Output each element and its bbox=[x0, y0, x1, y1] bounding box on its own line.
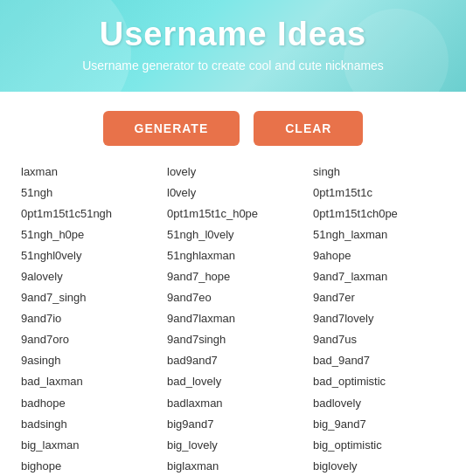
list-item: biglovely bbox=[313, 456, 445, 476]
list-item: 9ahope bbox=[313, 245, 445, 266]
list-item: biglaxman bbox=[167, 456, 299, 476]
page-title: Username Ideas bbox=[17, 16, 449, 53]
list-item: lovely bbox=[167, 162, 299, 183]
list-item: 9and7er bbox=[313, 287, 445, 308]
list-item: bad_9and7 bbox=[313, 350, 445, 371]
list-item: 9and7io bbox=[21, 308, 153, 329]
list-item: 9and7eo bbox=[167, 287, 299, 308]
list-item: 9and7lovely bbox=[313, 308, 445, 329]
list-item: laxman bbox=[21, 162, 153, 183]
list-item: bighope bbox=[21, 456, 153, 476]
list-item: l0vely bbox=[167, 183, 299, 204]
list-item: badlovely bbox=[313, 393, 445, 414]
list-item: 51ngh_l0vely bbox=[167, 224, 299, 245]
list-item: singh bbox=[313, 162, 445, 183]
list-item: 9asingh bbox=[21, 350, 153, 371]
list-item: 9and7laxman bbox=[167, 308, 299, 329]
column-1: laxman51ngh0pt1m15t1c51ngh51ngh_h0pe51ng… bbox=[14, 162, 160, 476]
list-item: big_optimistic bbox=[313, 435, 445, 456]
action-buttons: GENERATE CLEAR bbox=[0, 111, 466, 146]
generate-button[interactable]: GENERATE bbox=[103, 111, 240, 146]
list-item: 9and7us bbox=[313, 329, 445, 350]
list-item: 9and7_singh bbox=[21, 287, 153, 308]
list-item: 9and7singh bbox=[167, 329, 299, 350]
list-item: 9alovely bbox=[21, 266, 153, 287]
list-item: bad_laxman bbox=[21, 371, 153, 392]
list-item: bad_optimistic bbox=[313, 371, 445, 392]
list-item: 51ngh_laxman bbox=[313, 224, 445, 245]
list-item: 51nghlaxman bbox=[167, 245, 299, 266]
username-columns: laxman51ngh0pt1m15t1c51ngh51ngh_h0pe51ng… bbox=[14, 162, 452, 476]
list-item: big9and7 bbox=[167, 414, 299, 435]
results-area: laxman51ngh0pt1m15t1c51ngh51ngh_h0pe51ng… bbox=[0, 162, 466, 476]
list-item: badhope bbox=[21, 393, 153, 414]
list-item: badlaxman bbox=[167, 393, 299, 414]
list-item: 0pt1m15t1ch0pe bbox=[313, 204, 445, 224]
list-item: big_laxman bbox=[21, 435, 153, 456]
list-item: 0pt1m15t1c51ngh bbox=[21, 204, 153, 224]
list-item: big_lovely bbox=[167, 435, 299, 456]
list-item: big_9and7 bbox=[313, 414, 445, 435]
page-subtitle: Username generator to create cool and cu… bbox=[17, 59, 449, 72]
list-item: 9and7_hope bbox=[167, 266, 299, 287]
list-item: 0pt1m15t1c_h0pe bbox=[167, 204, 299, 224]
list-item: 51nghl0vely bbox=[21, 245, 153, 266]
list-item: bad_lovely bbox=[167, 371, 299, 392]
header-section: Username Ideas Username generator to cre… bbox=[0, 0, 466, 92]
list-item: 9and7_laxman bbox=[313, 266, 445, 287]
list-item: bad9and7 bbox=[167, 350, 299, 371]
list-item: 0pt1m15t1c bbox=[313, 183, 445, 204]
list-item: 51ngh bbox=[21, 183, 153, 204]
column-2: lovelyl0vely0pt1m15t1c_h0pe51ngh_l0vely5… bbox=[160, 162, 306, 476]
list-item: 51ngh_h0pe bbox=[21, 224, 153, 245]
list-item: badsingh bbox=[21, 414, 153, 435]
column-3: singh0pt1m15t1c0pt1m15t1ch0pe51ngh_laxma… bbox=[306, 162, 452, 476]
clear-button[interactable]: CLEAR bbox=[254, 111, 363, 146]
list-item: 9and7oro bbox=[21, 329, 153, 350]
